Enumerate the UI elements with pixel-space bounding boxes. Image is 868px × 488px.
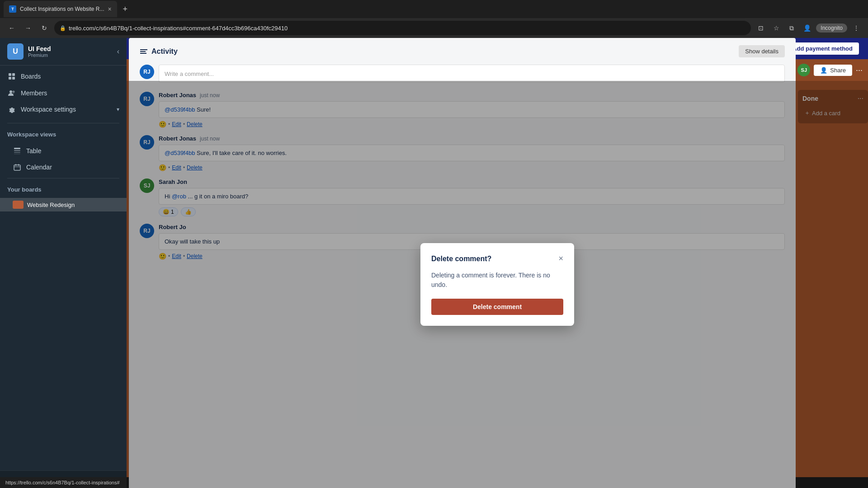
svg-rect-1 (12, 73, 15, 76)
lock-icon: 🔒 (60, 25, 66, 31)
refresh-button[interactable]: ↻ (38, 22, 51, 34)
tab-bar: T Collect Inspirations on Website R... ×… (0, 0, 868, 18)
emoji-reaction-btn-2[interactable]: 🙂 (159, 164, 166, 171)
comment-meta-2: Robert Jonas just now (159, 135, 785, 142)
workspace-plan: Premium (28, 52, 51, 58)
sidebar-divider-1 (7, 123, 119, 123)
comment-meta-3: Sarah Jon (159, 178, 785, 185)
dialog-header: Delete comment? × (431, 254, 563, 263)
workspace-views-header[interactable]: Workspace views + (0, 126, 127, 143)
delete-comment-4[interactable]: Delete (187, 253, 203, 259)
profile-icon[interactable]: 👤 (801, 22, 813, 34)
extensions-icon[interactable]: ⧉ (785, 22, 798, 34)
back-button[interactable]: ← (5, 22, 18, 34)
comment-actions-2: 🙂 • Edit • Delete (159, 164, 785, 171)
dialog-delete-button[interactable]: Delete comment (431, 299, 563, 315)
add-payment-button[interactable]: Add payment method (786, 42, 859, 55)
comment-mention-2: @d539f4bb (165, 150, 195, 156)
sidebar-item-boards[interactable]: Boards (0, 68, 127, 84)
dialog-body: Deleting a comment is forever. There is … (431, 271, 563, 290)
board-color-dot (13, 201, 24, 209)
sidebar: U UI Feed Premium ‹ Boards Members + (0, 38, 127, 488)
sidebar-main-section: Boards Members + Workspace settings ▾ (0, 66, 127, 120)
members-icon (7, 89, 16, 98)
delete-dialog: Delete comment? × Deleting a comment is … (420, 243, 574, 326)
boards-icon (7, 72, 16, 81)
forward-button[interactable]: → (22, 22, 34, 34)
delete-comment-2[interactable]: Delete (187, 164, 203, 171)
comment-item-1: RJ Robert Jonas just now @d539f4bb Sure! (140, 92, 785, 128)
menu-icon[interactable]: ⋮ (850, 22, 863, 34)
svg-point-4 (9, 90, 12, 93)
comment-meta-1: Robert Jonas just now (159, 92, 785, 99)
incognito-badge: Incognito (816, 23, 847, 33)
sidebar-item-workspace-settings[interactable]: Workspace settings ▾ (0, 101, 127, 117)
board-item-website-redesign[interactable]: Website Redesign (0, 198, 127, 211)
done-column-menu[interactable]: ··· (858, 94, 863, 103)
comment-item-2: RJ Robert Jonas just now @d539f4bb Sure,… (140, 135, 785, 171)
table-icon (13, 146, 22, 155)
your-boards-label: Your boards (7, 186, 114, 193)
cast-icon[interactable]: ⊡ (755, 22, 767, 34)
svg-rect-7 (14, 150, 20, 151)
emoji-reaction-btn-4[interactable]: 🙂 (159, 253, 166, 260)
svg-point-5 (13, 90, 15, 93)
bookmark-icon[interactable]: ☆ (770, 22, 783, 34)
edit-comment-4[interactable]: Edit (172, 253, 181, 259)
board-area: Done ··· ＋ Add a card Activity (127, 81, 868, 488)
navigation-bar: ← → ↻ 🔒 trello.com/c/s6n4B7Bq/1-collect-… (0, 18, 868, 38)
svg-rect-6 (14, 148, 20, 149)
delete-comment-1[interactable]: Delete (187, 121, 203, 127)
your-boards-header[interactable]: Your boards + (0, 181, 127, 198)
address-bar[interactable]: 🔒 trello.com/c/s6n4B7Bq/1-collect-inspir… (54, 21, 751, 35)
reaction-smile[interactable]: 😀 1 (159, 207, 178, 216)
edit-comment-2[interactable]: Edit (172, 164, 181, 171)
svg-rect-0 (9, 73, 11, 76)
comment-author-3: Sarah Jon (159, 178, 187, 185)
main-content: Add payment method ☰ Filter RJ SJ 👤 Shar… (127, 38, 868, 488)
done-column-title: Done (802, 95, 818, 102)
board-name: Website Redesign (27, 202, 75, 208)
comment-meta-4: Robert Jo (159, 224, 785, 230)
svg-rect-8 (14, 152, 20, 153)
comment-avatar-sj: SJ (140, 178, 154, 193)
comment-time-2: just now (200, 136, 220, 142)
share-label: Share (830, 67, 846, 74)
emoji-reaction-btn-1[interactable]: 🙂 (159, 121, 166, 128)
add-card-button[interactable]: ＋ Add a card (802, 107, 863, 119)
address-text: trello.com/c/s6n4B7Bq/1-collect-inspirat… (69, 25, 288, 32)
comment-text-rest-1: Sure! (197, 106, 211, 113)
dialog-close-button[interactable]: × (558, 254, 563, 263)
page: U UI Feed Premium ‹ Boards Members + (0, 38, 868, 488)
share-button[interactable]: 👤 Share (814, 65, 852, 76)
dialog-title: Delete comment? (431, 255, 491, 263)
comment-time-1: just now (200, 92, 220, 99)
status-url: https://trello.com/c/s6n4B7Bq/1-collect-… (5, 480, 120, 485)
comment-text-2: @d539f4bb Sure, I'll take care of it. no… (159, 145, 785, 161)
boards-label: Boards (21, 73, 119, 80)
sidebar-item-calendar[interactable]: Calendar (0, 159, 127, 175)
reaction-thumbsup[interactable]: 👍 (181, 207, 196, 216)
workspace-header[interactable]: U UI Feed Premium ‹ (0, 38, 127, 66)
more-button[interactable]: ··· (856, 66, 863, 75)
collapse-sidebar-button[interactable]: ‹ (117, 47, 119, 56)
comment-actions-1: 🙂 • Edit • Delete (159, 121, 785, 128)
comment-body-2: Robert Jonas just now @d539f4bb Sure, I'… (159, 135, 785, 171)
workspace-views-label: Workspace views (7, 131, 114, 138)
new-tab-button[interactable]: + (119, 3, 132, 15)
comment-text-3: Hi @rob ... g it on a miro board? (159, 188, 785, 205)
comment-input-field[interactable]: Write a comment... (159, 81, 785, 83)
edit-comment-1[interactable]: Edit (172, 121, 181, 127)
sidebar-item-members[interactable]: Members + (0, 84, 127, 101)
add-card-plus: ＋ (804, 109, 810, 117)
workspace-avatar: U (7, 43, 24, 60)
done-column: Done ··· ＋ Add a card (798, 90, 868, 123)
comment-mention-1: @d539f4bb (165, 106, 195, 113)
sidebar-item-table[interactable]: Table (0, 143, 127, 159)
nav-icons: ⊡ ☆ ⧉ 👤 Incognito ⋮ (755, 22, 863, 34)
done-column-header: Done ··· (802, 94, 863, 103)
tab-close-button[interactable]: × (108, 5, 112, 13)
avatar-sj: SJ (797, 64, 810, 76)
comment-author-4: Robert Jo (159, 224, 186, 230)
active-tab[interactable]: T Collect Inspirations on Website R... × (4, 1, 117, 17)
